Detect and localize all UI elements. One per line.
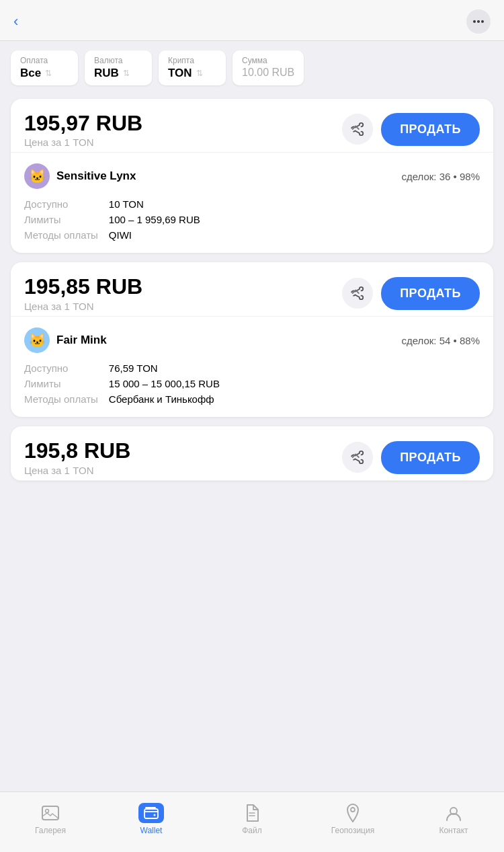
filter-chip-2[interactable]: Крипта TON ⇅ (159, 50, 226, 85)
filter-value-row-0: Все ⇅ (20, 67, 52, 80)
tab-label-4: Контакт (439, 826, 468, 835)
location-icon (343, 803, 363, 823)
offer-price-desc-1: Цена за 1 TON (24, 301, 142, 312)
available-value-0: 10 TON (109, 198, 480, 210)
svg-point-6 (154, 814, 156, 816)
sell-button-1[interactable]: ПРОДАТЬ (381, 277, 480, 310)
header: ‹ (0, 0, 504, 41)
payment-value-0: QIWI (109, 229, 480, 241)
updown-arrow-icon-0: ⇅ (45, 69, 52, 77)
filter-value-2: TON (168, 67, 192, 80)
limits-value-0: 100 – 1 959,69 RUB (109, 214, 480, 225)
offer-details-1: 🐱 Fair Mink сделок: 54 • 88% Доступно 76… (11, 317, 493, 417)
seller-avatar-1: 🐱 (24, 327, 50, 353)
cards-container: 195,97 RUB Цена за 1 TON ПРОДАТЬ 🐱 (0, 92, 504, 541)
tab-label-1: Wallet (140, 826, 163, 835)
svg-point-0 (473, 20, 476, 23)
price-actions-2: ПРОДАТЬ (342, 441, 480, 474)
more-button[interactable] (466, 9, 491, 34)
filter-chip-0[interactable]: Оплата Все ⇅ (11, 50, 78, 85)
seller-avatar-0: 🐱 (24, 163, 50, 189)
contact-icon (444, 803, 464, 823)
limits-label-0: Лимиты (24, 214, 98, 225)
filter-label-3: Сумма (242, 56, 267, 67)
svg-point-9 (351, 808, 355, 812)
filter-label-0: Оплата (20, 56, 48, 67)
seller-info-1: 🐱 Fair Mink (24, 327, 107, 353)
filter-chip-3[interactable]: Сумма 10.00 RUB (233, 50, 304, 85)
filter-value-1: RUB (94, 67, 119, 80)
filter-label-1: Валюта (94, 56, 122, 67)
seller-row-0: 🐱 Sensitive Lynx сделок: 36 • 98% (24, 163, 480, 189)
tab-bar: Галерея Wallet Файл Геопозиция Контакт (0, 791, 504, 852)
offer-card-0: 195,97 RUB Цена за 1 TON ПРОДАТЬ 🐱 (11, 99, 493, 254)
seller-name-1: Fair Mink (56, 334, 107, 347)
svg-rect-3 (42, 806, 58, 820)
payment-value-1: Сбербанк и Тинькофф (109, 393, 480, 405)
seller-name-0: Sensitive Lynx (56, 169, 136, 183)
filter-label-2: Крипта (168, 56, 194, 67)
offer-price-1: 195,85 RUB (24, 274, 142, 299)
tab-label-2: Файл (242, 826, 262, 835)
payment-label-1: Методы оплаты (24, 393, 98, 405)
sell-button-0[interactable]: ПРОДАТЬ (381, 113, 480, 146)
seller-stats-1: сделок: 54 • 88% (401, 335, 480, 346)
updown-arrow-icon-2: ⇅ (196, 69, 203, 77)
price-actions-0: ПРОДАТЬ (342, 113, 480, 146)
price-left-2: 195,8 RUB Цена за 1 TON (24, 438, 130, 476)
filter-value-row-2: TON ⇅ (168, 67, 203, 80)
available-label-0: Доступно (24, 198, 98, 210)
file-icon (242, 803, 262, 823)
price-row-0: 195,97 RUB Цена за 1 TON ПРОДАТЬ (11, 99, 493, 153)
offer-info-grid-0: Доступно 10 TON Лимиты 100 – 1 959,69 RU… (24, 198, 480, 241)
filter-chip-1[interactable]: Валюта RUB ⇅ (85, 50, 152, 85)
filter-value-3: 10.00 RUB (242, 67, 294, 79)
filter-row: Оплата Все ⇅ Валюта RUB ⇅ Крипта TON ⇅ С… (0, 41, 504, 92)
price-left-1: 195,85 RUB Цена за 1 TON (24, 274, 142, 312)
offer-price-desc-0: Цена за 1 TON (24, 137, 142, 148)
tab-item-геопозиция[interactable]: Геопозиция (302, 792, 403, 845)
offer-card-2: 195,8 RUB Цена за 1 TON ПРОДАТЬ (11, 426, 493, 481)
share-button-2[interactable] (342, 442, 373, 473)
offer-details-0: 🐱 Sensitive Lynx сделок: 36 • 98% Доступ… (11, 153, 493, 253)
sell-button-2[interactable]: ПРОДАТЬ (381, 441, 480, 474)
tab-item-галерея[interactable]: Галерея (0, 792, 101, 845)
seller-info-0: 🐱 Sensitive Lynx (24, 163, 136, 189)
tab-item-файл[interactable]: Файл (202, 792, 302, 845)
chevron-left-icon: ‹ (13, 13, 18, 30)
price-actions-1: ПРОДАТЬ (342, 277, 480, 310)
tab-label-3: Геопозиция (331, 826, 374, 835)
tab-label-0: Галерея (35, 826, 66, 835)
gallery-icon (40, 803, 60, 823)
seller-row-1: 🐱 Fair Mink сделок: 54 • 88% (24, 327, 480, 353)
svg-point-1 (477, 20, 480, 23)
available-value-1: 76,59 TON (109, 362, 480, 374)
svg-rect-5 (144, 809, 158, 818)
payment-label-0: Методы оплаты (24, 229, 98, 241)
offer-info-grid-1: Доступно 76,59 TON Лимиты 15 000 – 15 00… (24, 362, 480, 405)
offer-price-0: 195,97 RUB (24, 111, 142, 136)
back-button[interactable]: ‹ (13, 13, 22, 30)
price-left-0: 195,97 RUB Цена за 1 TON (24, 111, 142, 149)
offer-card-1: 195,85 RUB Цена за 1 TON ПРОДАТЬ 🐱 (11, 262, 493, 417)
available-label-1: Доступно (24, 362, 98, 374)
price-row-1: 195,85 RUB Цена за 1 TON ПРОДАТЬ (11, 262, 493, 317)
filter-value-row-1: RUB ⇅ (94, 67, 130, 80)
share-button-0[interactable] (342, 114, 373, 145)
offer-price-2: 195,8 RUB (24, 438, 130, 463)
seller-stats-0: сделок: 36 • 98% (401, 171, 480, 182)
svg-point-4 (46, 809, 49, 812)
price-row-2: 195,8 RUB Цена за 1 TON ПРОДАТЬ (11, 426, 493, 481)
limits-value-1: 15 000 – 15 000,15 RUB (109, 378, 480, 389)
offer-price-desc-2: Цена за 1 TON (24, 465, 130, 476)
tab-item-wallet[interactable]: Wallet (101, 792, 202, 845)
wallet-icon (138, 803, 164, 823)
limits-label-1: Лимиты (24, 378, 98, 389)
filter-value-row-3: 10.00 RUB (242, 67, 294, 79)
updown-arrow-icon-1: ⇅ (123, 69, 130, 77)
tab-item-контакт[interactable]: Контакт (403, 792, 504, 845)
svg-point-2 (481, 20, 484, 23)
filter-value-0: Все (20, 67, 41, 80)
share-button-1[interactable] (342, 278, 373, 309)
